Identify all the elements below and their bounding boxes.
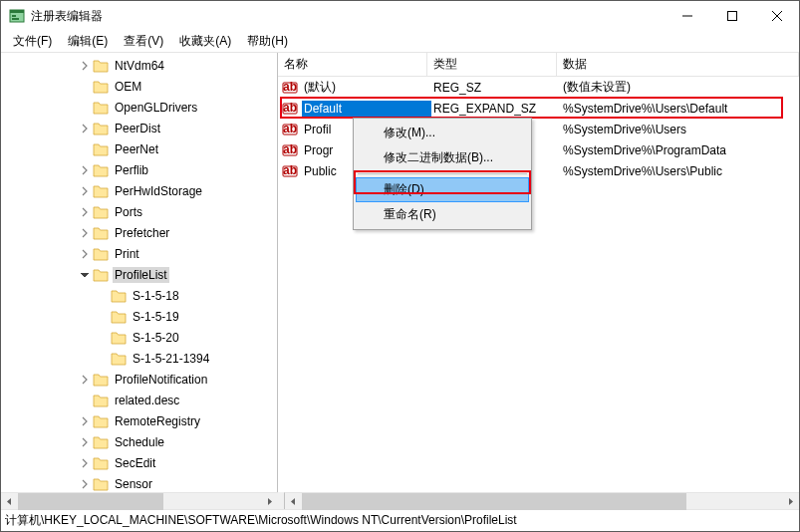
menu-help[interactable]: 帮助(H): [239, 31, 296, 52]
tree-pane[interactable]: NtVdm64OEMOpenGLDriversPeerDistPeerNetPe…: [1, 53, 278, 492]
value-row[interactable]: abDefaultREG_EXPAND_SZ%SystemDrive%\User…: [278, 98, 799, 119]
chevron-right-icon[interactable]: [77, 372, 93, 388]
string-value-icon: ab: [282, 80, 298, 96]
chevron-right-icon[interactable]: [77, 58, 93, 74]
menu-bar: 文件(F) 编辑(E) 查看(V) 收藏夹(A) 帮助(H): [1, 31, 799, 53]
expander-none: [77, 100, 93, 116]
ctx-rename[interactable]: 重命名(R): [356, 202, 529, 227]
tree-item[interactable]: S-1-5-21-1394: [5, 348, 277, 369]
tree-item[interactable]: OEM: [5, 76, 277, 97]
folder-icon: [93, 59, 109, 73]
menu-view[interactable]: 查看(V): [116, 31, 171, 52]
scroll-right-icon[interactable]: [261, 493, 278, 510]
tree-item[interactable]: SecEdit: [5, 452, 277, 473]
tree-item[interactable]: S-1-5-19: [5, 306, 277, 327]
value-row[interactable]: ab(默认)REG_SZ(数值未设置): [278, 77, 799, 98]
scroll-right-icon[interactable]: [782, 493, 799, 510]
tree-item[interactable]: PerHwIdStorage: [5, 180, 277, 201]
tree-item[interactable]: Prefetcher: [5, 222, 277, 243]
menu-edit[interactable]: 编辑(E): [60, 31, 116, 52]
chevron-right-icon[interactable]: [77, 476, 93, 492]
svg-text:ab: ab: [283, 142, 297, 156]
svg-rect-3: [12, 18, 19, 20]
ctx-modify[interactable]: 修改(M)...: [356, 121, 529, 145]
tree-item[interactable]: Sensor: [5, 473, 277, 492]
folder-icon: [111, 310, 127, 324]
chevron-right-icon[interactable]: [77, 204, 93, 220]
chevron-down-icon[interactable]: [77, 267, 93, 283]
tree-label: S-1-5-21-1394: [131, 351, 211, 367]
tree-label: PeerDist: [113, 121, 162, 136]
tree-label: S-1-5-20: [131, 330, 181, 346]
list-hscroll[interactable]: [284, 492, 799, 509]
menu-favorites[interactable]: 收藏夹(A): [171, 31, 239, 52]
minimize-button[interactable]: [665, 1, 709, 31]
tree-item[interactable]: NtVdm64: [5, 55, 277, 76]
folder-icon: [93, 80, 109, 94]
svg-text:ab: ab: [283, 122, 297, 135]
tree-item[interactable]: Perflib: [5, 159, 277, 180]
chevron-right-icon[interactable]: [77, 246, 93, 262]
chevron-right-icon[interactable]: [77, 183, 93, 199]
tree-label: RemoteRegistry: [113, 413, 202, 429]
tree-label: Print: [113, 246, 141, 262]
scroll-left-icon[interactable]: [1, 493, 18, 510]
tree-label: ProfileNotification: [113, 372, 209, 388]
tree-item[interactable]: OpenGLDrivers: [5, 97, 277, 118]
folder-icon: [93, 226, 109, 240]
ctx-modify-binary[interactable]: 修改二进制数据(B)...: [356, 145, 529, 170]
tree-label: related.desc: [113, 393, 181, 408]
tree-item[interactable]: ProfileList: [5, 264, 277, 285]
maximize-button[interactable]: [709, 1, 754, 31]
title-bar[interactable]: 注册表编辑器: [1, 1, 799, 31]
tree-label: Sensor: [113, 476, 154, 492]
value-data: %SystemDrive%\Users\Public: [561, 163, 795, 179]
folder-icon: [111, 352, 127, 366]
svg-text:ab: ab: [283, 101, 297, 115]
chevron-right-icon[interactable]: [77, 413, 93, 429]
tree-label: OpenGLDrivers: [113, 100, 199, 116]
tree-label: PeerNet: [113, 141, 160, 157]
value-list-pane[interactable]: 名称 类型 数据 ab(默认)REG_SZ(数值未设置)abDefaultREG…: [278, 53, 799, 492]
tree-item[interactable]: RemoteRegistry: [5, 410, 277, 431]
chevron-right-icon[interactable]: [77, 225, 93, 241]
tree-item[interactable]: Ports: [5, 201, 277, 222]
close-button[interactable]: [754, 1, 799, 31]
tree-item[interactable]: S-1-5-20: [5, 327, 277, 348]
list-header: 名称 类型 数据: [278, 53, 799, 77]
tree-item[interactable]: PeerNet: [5, 138, 277, 159]
tree-hscroll[interactable]: [1, 492, 278, 509]
column-header-data[interactable]: 数据: [557, 53, 799, 77]
status-bar: 计算机\HKEY_LOCAL_MACHINE\SOFTWARE\Microsof…: [1, 509, 799, 531]
window-title: 注册表编辑器: [31, 8, 103, 25]
tree-item[interactable]: ProfileNotification: [5, 369, 277, 390]
value-type: REG_SZ: [431, 80, 561, 96]
string-value-icon: ab: [282, 122, 298, 137]
value-data: %SystemDrive%\Users: [561, 122, 795, 137]
folder-icon: [111, 289, 127, 303]
expander-none: [77, 393, 93, 408]
svg-text:ab: ab: [283, 80, 297, 94]
expander-none: [77, 141, 93, 157]
tree-label: Ports: [113, 204, 144, 220]
folder-icon: [93, 101, 109, 115]
tree-label: ProfileList: [113, 267, 169, 283]
tree-item[interactable]: Schedule: [5, 431, 277, 452]
main-panes: NtVdm64OEMOpenGLDriversPeerDistPeerNetPe…: [1, 53, 799, 492]
scroll-left-icon[interactable]: [285, 493, 302, 510]
chevron-right-icon[interactable]: [77, 121, 93, 136]
value-type: REG_EXPAND_SZ: [431, 101, 561, 117]
column-header-type[interactable]: 类型: [427, 53, 557, 77]
chevron-right-icon[interactable]: [77, 434, 93, 450]
chevron-right-icon[interactable]: [77, 455, 93, 471]
chevron-right-icon[interactable]: [77, 162, 93, 178]
menu-file[interactable]: 文件(F): [5, 31, 60, 52]
ctx-delete[interactable]: 删除(D): [356, 177, 529, 202]
tree-item[interactable]: S-1-5-18: [5, 285, 277, 306]
value-name: Default: [302, 101, 431, 117]
column-header-name[interactable]: 名称: [278, 53, 427, 77]
tree-item[interactable]: Print: [5, 243, 277, 264]
folder-icon: [93, 477, 109, 491]
tree-item[interactable]: PeerDist: [5, 118, 277, 138]
tree-item[interactable]: related.desc: [5, 390, 277, 410]
